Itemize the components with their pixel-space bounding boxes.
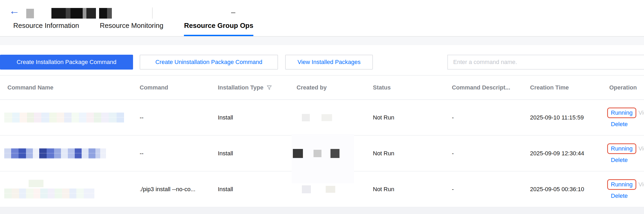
view-link-partial[interactable]: Vie	[638, 109, 644, 116]
redaction-patch	[292, 134, 354, 183]
back-arrow-icon[interactable]: ←	[9, 5, 20, 16]
redacted-resource-id	[26, 9, 34, 18]
installation-type-cell: Install	[218, 114, 297, 121]
redacted-resource-name	[51, 8, 96, 19]
toolbar: Create Installation Package Command Crea…	[0, 55, 644, 70]
creation-time-cell: 2025-09-10 11:15:59	[530, 114, 609, 121]
status-cell: Not Run	[373, 114, 452, 121]
command-cell: --	[140, 114, 218, 121]
page: { "header": { "back_icon": "←", "tabs": …	[0, 0, 644, 214]
status-cell: Not Run	[373, 150, 452, 157]
delete-link[interactable]: Delete	[611, 157, 628, 164]
bottom-strip	[0, 207, 644, 214]
commands-table: Command Name Command Installation Type C…	[0, 75, 644, 207]
redacted-created-by	[297, 185, 373, 193]
create-installation-package-command-button[interactable]: Create Installation Package Command	[0, 55, 133, 70]
creation-time-cell: 2025-09-05 00:36:10	[530, 186, 609, 193]
view-link-partial[interactable]: Vie	[638, 145, 644, 152]
redacted-resource-name-2	[99, 8, 112, 19]
column-installation-type: Installation Type	[218, 84, 297, 91]
command-name-search-input[interactable]	[447, 55, 644, 70]
top-header: ← Resource Information Resource Monitori…	[0, 0, 644, 36]
command-description-cell: -	[452, 150, 530, 157]
column-command-description: Command Descript...	[452, 84, 530, 91]
column-created-by: Created by	[297, 84, 373, 91]
vertical-separator	[152, 7, 153, 19]
column-operation: Operation	[609, 84, 644, 91]
create-uninstallation-package-command-button[interactable]: Create Uninstallation Package Command	[140, 55, 278, 70]
column-creation-time: Creation Time	[530, 84, 609, 91]
operation-cell: RunningVie Delete	[609, 179, 644, 199]
installation-type-cell: Install	[218, 186, 297, 193]
running-link[interactable]: Running	[607, 143, 636, 154]
operation-cell: RunningVie Delete	[609, 108, 644, 128]
redacted-command-name	[0, 113, 140, 123]
filter-icon[interactable]	[266, 84, 272, 91]
tab-resource-monitoring[interactable]: Resource Monitoring	[100, 22, 164, 36]
delete-link[interactable]: Delete	[611, 121, 628, 128]
command-description-cell: -	[452, 186, 530, 193]
tab-resource-group-ops[interactable]: Resource Group Ops	[184, 22, 253, 36]
column-command-name: Command Name	[0, 84, 140, 91]
view-installed-packages-button[interactable]: View Installed Packages	[285, 55, 373, 70]
column-command: Command	[140, 84, 218, 91]
command-description-cell: -	[452, 114, 530, 121]
tab-resource-information[interactable]: Resource Information	[13, 22, 79, 36]
view-link-partial[interactable]: Vie	[638, 181, 644, 188]
creation-time-cell: 2025-09-09 12:30:44	[530, 150, 609, 157]
table-header-row: Command Name Command Installation Type C…	[0, 75, 644, 100]
running-link[interactable]: Running	[607, 108, 636, 118]
running-link[interactable]: Running	[607, 179, 636, 190]
operation-cell: RunningVie Delete	[609, 143, 644, 164]
table-row: -- Install Not Run - 2025-09-10 11:15:59…	[0, 100, 644, 136]
section-gap	[0, 37, 644, 45]
delete-link[interactable]: Delete	[611, 192, 628, 199]
tab-bar: Resource Information Resource Monitoring…	[13, 22, 253, 36]
redacted-dash	[231, 12, 235, 13]
status-cell: Not Run	[373, 186, 452, 193]
command-cell: ./pip3 install --no-co...	[140, 186, 218, 193]
installation-type-cell: Install	[218, 150, 297, 157]
redacted-created-by	[297, 149, 373, 158]
column-status: Status	[373, 84, 452, 91]
redacted-command-name	[0, 180, 140, 199]
command-cell: --	[140, 150, 218, 157]
redacted-command-name	[0, 148, 140, 159]
redacted-created-by	[297, 114, 373, 121]
